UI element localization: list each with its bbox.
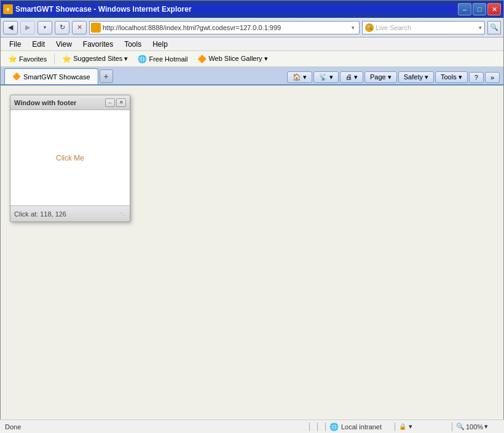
status-sep-4 [395, 423, 395, 431]
free-hotmail-button[interactable]: 🌐 Free Hotmail [134, 54, 191, 65]
status-sep-2 [317, 423, 318, 431]
home-button[interactable]: 🏠 ▾ [287, 71, 312, 83]
menu-help[interactable]: Help [148, 39, 173, 50]
security-dropdown[interactable]: ▾ [409, 423, 412, 431]
menu-bar: File Edit View Favorites Tools Help [1, 38, 503, 51]
safety-button[interactable]: Safety ▾ [398, 71, 434, 83]
resize-grip[interactable]: ⋱ [120, 211, 126, 217]
minimize-button[interactable]: – [458, 3, 471, 15]
hotmail-icon: 🌐 [138, 55, 147, 63]
address-input[interactable]: 🔶 http://localhost:8888/index.html?gwt.c… [89, 21, 360, 34]
zoom-level: 100% [466, 423, 483, 431]
address-bar: ◀ ▶ ▾ ↻ ✕ 🔶 http://localhost:8888/index.… [1, 18, 503, 38]
search-go-button[interactable]: 🔍 [487, 21, 501, 34]
lock-icon: 🔒 [399, 423, 406, 430]
dropdown-history-button[interactable]: ▾ [37, 21, 52, 34]
tab-bar: 🔶 SmartGWT Showcase + 🏠 ▾ 📡 ▾ 🖨 ▾ Page ▾… [1, 67, 503, 85]
sgwt-minimize-button[interactable]: – [105, 98, 115, 107]
web-slice-gallery-button[interactable]: 🔶 Web Slice Gallery ▾ [194, 54, 271, 65]
feeds-button[interactable]: 📡 ▾ [313, 71, 339, 83]
window-title: SmartGWT Showcase - Windows Internet Exp… [15, 5, 192, 14]
tab-smartgwt[interactable]: 🔶 SmartGWT Showcase [4, 68, 98, 84]
status-zoom[interactable]: 🔍 100% ▾ [456, 423, 499, 431]
forward-button[interactable]: ▶ [20, 21, 35, 34]
status-text: Done [5, 423, 305, 431]
favicon: 🔶 [91, 23, 101, 33]
tab-label: SmartGWT Showcase [23, 73, 90, 81]
web-slice-gallery-label: Web Slice Gallery ▾ [208, 55, 267, 63]
zoom-dropdown[interactable]: ▾ [484, 423, 488, 431]
menu-file[interactable]: File [4, 39, 26, 50]
address-dropdown-button[interactable]: ▾ [348, 25, 358, 31]
tools-button[interactable]: Tools ▾ [435, 71, 468, 83]
sgwt-close-button[interactable]: ✕ [116, 98, 126, 107]
suggested-sites-label: Suggested Sites ▾ [73, 55, 128, 63]
search-placeholder-text: Live Search [376, 24, 479, 31]
status-sep-1 [309, 423, 310, 431]
refresh-button[interactable]: ↻ [55, 21, 69, 34]
favorites-button[interactable]: ⭐ Favorites [4, 54, 50, 65]
status-bar: Done 🌐 Local intranet 🔒 ▾ 🔍 100% ▾ [0, 419, 504, 433]
click-me-button[interactable]: Click Me [56, 154, 84, 162]
page-button[interactable]: Page ▾ [364, 71, 397, 83]
tab-favicon: 🔶 [12, 73, 21, 81]
fav-separator-1 [54, 54, 55, 65]
menu-tools[interactable]: Tools [119, 39, 146, 50]
sgwt-window-footer: Click at: 118, 126 ⋱ [10, 205, 130, 221]
zoom-icon: 🔍 [456, 423, 465, 431]
stop-button[interactable]: ✕ [72, 21, 87, 34]
more-button[interactable]: » [485, 72, 500, 83]
menu-edit[interactable]: Edit [27, 39, 50, 50]
print-button[interactable]: 🖨 ▾ [340, 71, 363, 83]
free-hotmail-label: Free Hotmail [149, 55, 187, 63]
sgwt-window: Window with footer – ✕ Click Me Click at… [10, 95, 130, 222]
status-sep-5 [452, 423, 452, 431]
favorites-label: Favorites [19, 55, 47, 63]
search-box[interactable]: 🔍 Live Search ▾ [362, 21, 485, 34]
web-slice-icon: 🔶 [197, 55, 207, 63]
sgwt-window-header: Window with footer – ✕ [10, 95, 130, 110]
live-search-icon: 🔍 [365, 23, 374, 32]
help-button[interactable]: ? [469, 72, 484, 83]
search-dropdown-button[interactable]: ▾ [479, 25, 482, 31]
status-security[interactable]: 🔒 ▾ [399, 423, 448, 431]
sgwt-window-title: Window with footer [14, 99, 76, 106]
suggested-sites-icon: ⭐ [62, 55, 71, 63]
zone-label: Local intranet [341, 423, 382, 431]
star-icon: ⭐ [8, 55, 17, 63]
maximize-button[interactable]: □ [473, 3, 486, 15]
suggested-sites-button[interactable]: ⭐ Suggested Sites ▾ [58, 54, 132, 65]
browser-icon: e [3, 4, 13, 14]
menu-view[interactable]: View [51, 39, 77, 50]
zone-icon: 🌐 [329, 423, 339, 431]
new-tab-button[interactable]: + [100, 70, 113, 83]
close-button[interactable]: ✕ [487, 3, 501, 15]
sgwt-window-body[interactable]: Click Me [10, 110, 130, 205]
menu-favorites[interactable]: Favorites [78, 39, 118, 50]
status-zone: 🌐 Local intranet [329, 423, 391, 431]
title-bar: e SmartGWT Showcase - Windows Internet E… [1, 1, 503, 18]
footer-click-text: Click at: 118, 126 [14, 210, 66, 218]
favorites-bar: ⭐ Favorites ⭐ Suggested Sites ▾ 🌐 Free H… [1, 51, 503, 67]
main-content: Window with footer – ✕ Click Me Click at… [1, 85, 503, 432]
status-sep-3 [325, 423, 326, 431]
url-text: http://localhost:8888/index.html?gwt.cod… [103, 24, 348, 31]
back-button[interactable]: ◀ [3, 21, 18, 34]
